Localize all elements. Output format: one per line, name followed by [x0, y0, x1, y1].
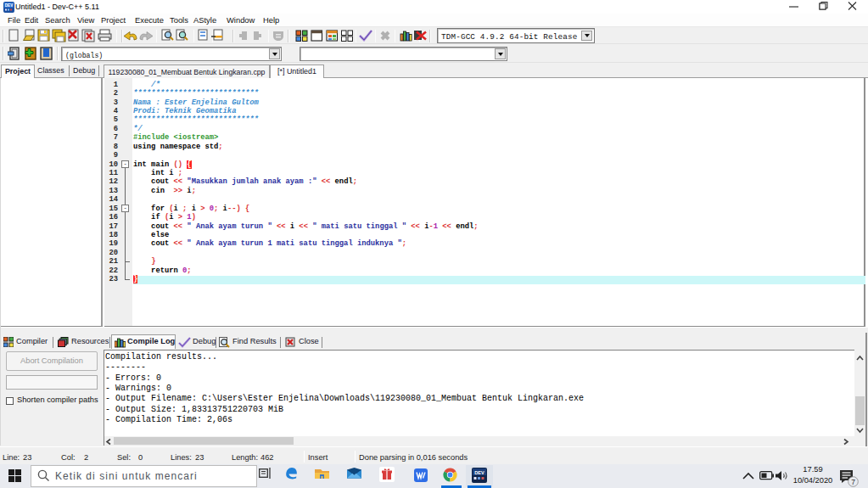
svg-text:DEV: DEV	[474, 470, 484, 475]
svg-text:DEV: DEV	[5, 3, 14, 8]
svg-text:7: 7	[851, 478, 855, 486]
